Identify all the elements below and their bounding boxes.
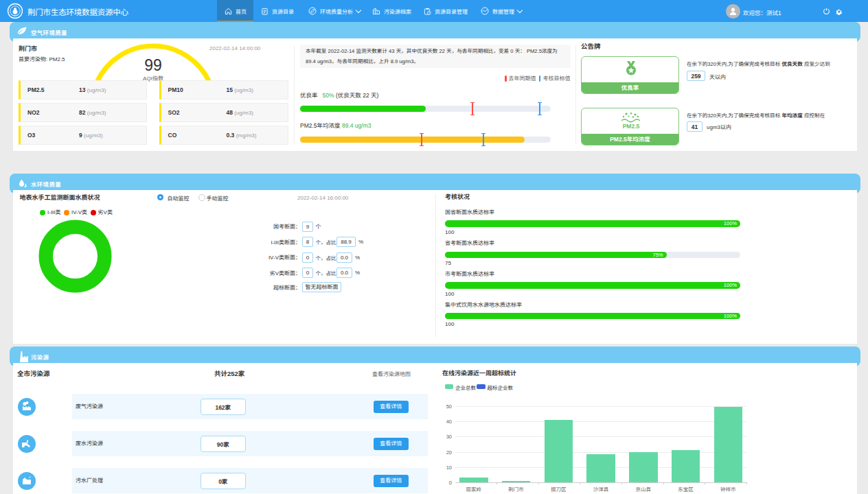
svg-text:PM2.5: PM2.5	[623, 123, 640, 130]
